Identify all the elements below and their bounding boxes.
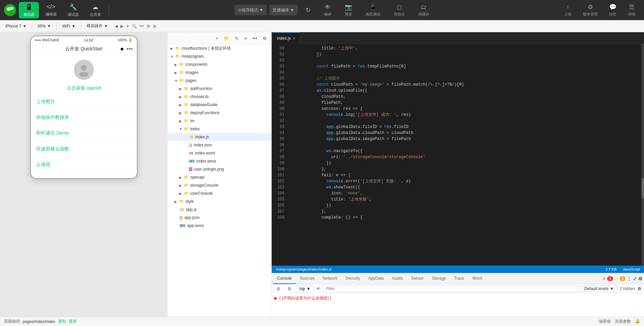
tree-settings-btn[interactable]: ⚙ (261, 35, 269, 42)
network-select[interactable]: WiFi ▼ (59, 23, 78, 29)
debug-tab-sensor[interactable]: Sensor (407, 273, 428, 284)
code-line-82 (292, 57, 641, 63)
debug-tab-audits[interactable]: Audits (388, 273, 407, 284)
prev-page-btn[interactable]: ◀ (115, 24, 118, 29)
compile-select[interactable]: 普通编译 ▼ (269, 5, 298, 15)
debug-tab-console[interactable]: Console (273, 273, 296, 284)
editor-tab-index-js[interactable]: index.js × (273, 32, 300, 44)
debug-more-btn[interactable]: ⋮ (627, 276, 632, 281)
tree-item-index_wxss[interactable]: WXindex.wxss (168, 157, 271, 165)
operation-select[interactable]: 模拟操作 ▼ (84, 22, 111, 30)
clear-console-btn[interactable]: ⊘ (274, 285, 282, 292)
scrollbar[interactable] (641, 44, 644, 266)
code-wrapper: 8081828384858687888990919293949596979899… (272, 44, 644, 266)
debug-tab-appdata[interactable]: AppData (364, 273, 388, 284)
bottom-bar: 页面路径 pages/index/index 复制 预览 场景值 页面参数 🔔 (0, 317, 644, 326)
tree-item-components[interactable]: ▶📁components (168, 60, 271, 68)
tree-item-databaseGuide[interactable]: ▶📁databaseGuide (168, 101, 271, 109)
code-line-107: }, (292, 208, 641, 215)
debug-tab-network[interactable]: Network (319, 273, 341, 284)
tree-item-index[interactable]: ▼📁index (168, 125, 271, 133)
tree-item-app_wxss[interactable]: WXapp.wxss (168, 222, 271, 230)
preview-icon: 📷 (345, 3, 352, 11)
upload-btn[interactable]: ↑ 上传 (559, 2, 577, 18)
tree-item-pages[interactable]: ▼📁pages (168, 77, 271, 85)
version-btn[interactable]: ⚙ 版本管理 (578, 2, 603, 18)
tree-item-openapi[interactable]: ▶📁openapi (168, 173, 271, 181)
debugger-btn[interactable]: 🔧 调试器 (63, 2, 83, 18)
cloud-btn[interactable]: ☁ 云开发 (85, 2, 105, 18)
real-machine-btn[interactable]: 📱 真机调试 (360, 2, 386, 18)
code-line-86: const cloudPath = 'my-image' + filePath.… (292, 82, 641, 88)
tree-item-storageConsole[interactable]: ▶📁storageConsole (168, 181, 271, 189)
more-options-btn[interactable]: ••• (140, 24, 144, 29)
menu-item-im[interactable]: 即时通信 Demo (36, 126, 131, 141)
tree-item-chooseLib[interactable]: ▶📁chooseLib (168, 93, 271, 101)
collapse-all-btn[interactable]: ≡ (243, 35, 249, 42)
menu-item-cloud-call[interactable]: 云调用 (36, 157, 131, 173)
tree-item-index_js[interactable]: JSindex.js (168, 133, 271, 141)
device-select[interactable]: iPhone 7 ▼ (3, 23, 29, 29)
debug-expand-btn[interactable]: ⤢ (633, 276, 637, 281)
levels-arrow: ▼ (610, 286, 614, 291)
default-levels-select[interactable]: Default levels ▼ (581, 285, 617, 292)
clear-cache-btn[interactable]: 🗂 清缓存 (413, 2, 435, 18)
tree-item-style[interactable]: ▶📁style (168, 197, 271, 205)
pause-btn[interactable]: ⏸ (285, 285, 294, 292)
next-page-btn[interactable]: ▶ (120, 24, 123, 29)
menu-item-database[interactable]: 前端操作数据库 (36, 110, 131, 126)
close-tab-btn[interactable]: × (293, 36, 296, 41)
top-selector[interactable]: top ▼ (297, 285, 314, 292)
new-folder-btn[interactable]: 📁 (222, 35, 231, 42)
tree-more-btn[interactable]: ••• (251, 35, 259, 42)
refresh-btn[interactable]: ↻ (300, 5, 316, 15)
debug-tab-sources[interactable]: Sources (296, 273, 319, 284)
debug-tab-security[interactable]: Security (341, 273, 364, 284)
debug-gear-icon[interactable]: ⚙ (638, 286, 641, 291)
community-btn[interactable]: 💬 社区 (604, 2, 622, 18)
tree-item-cloudfunctions[interactable]: ▶📁cloudfunctions | 未指定环境 (168, 44, 271, 52)
add-page-btn[interactable]: + (126, 23, 129, 29)
tree-item-deployFunctions[interactable]: ▶📁deployFunctions (168, 109, 271, 117)
debug-tab-wxml[interactable]: Wxml (468, 273, 486, 284)
toolbar-separator-1 (109, 3, 109, 17)
tree-item-im[interactable]: ▶📁im (168, 117, 271, 125)
editor-btn[interactable]: </> 编辑器 (41, 2, 61, 18)
openid-button[interactable]: 点击获取 openid (36, 83, 131, 94)
debug-tab-storage[interactable]: Storage (428, 273, 450, 284)
file-tree-toolbar: + 📁 ↻ ≡ ••• ⚙ (168, 32, 271, 44)
tree-item-addFunction[interactable]: ▶📁addFunction (168, 85, 271, 93)
scrollbar-thumb[interactable] (642, 178, 644, 198)
top-toolbar: 📱 模拟器 </> 编辑器 🔧 调试器 ☁ 云开发 小程序模式 ▼ 普通编译 ▼… (0, 0, 644, 20)
search-btn[interactable]: 🔍 (132, 24, 137, 29)
menu-item-upload[interactable]: 上传图片 (36, 94, 131, 110)
filter-input[interactable] (323, 285, 579, 292)
tree-item-userConsole[interactable]: ▶📁userConsole (168, 189, 271, 197)
detail-btn[interactable]: ☰ 详情 (623, 2, 641, 18)
code-line-95: app.globalData.imagePath = filePath (292, 136, 641, 142)
debug-tab-trace[interactable]: Trace (450, 273, 468, 284)
mode-select[interactable]: 小程序模式 ▼ (234, 5, 267, 15)
preview-btn[interactable]: 📷 预览 (339, 2, 358, 18)
code-content[interactable]: title: '上传中', }) const filePath = res.te… (288, 44, 641, 266)
eye-btn[interactable]: 👁 (316, 286, 320, 291)
refresh-tree-btn[interactable]: ↻ (233, 35, 240, 42)
code-line-93: app.globalData.fileID = res.fileID (292, 124, 641, 130)
debug-settings-btn[interactable]: ⚙ (638, 276, 643, 281)
tree-item-app_js[interactable]: JSapp.js (168, 205, 271, 214)
tree-item-miniprogram[interactable]: ▼📁miniprogram (168, 52, 271, 60)
scale-select[interactable]: 85% ▼ (35, 23, 54, 29)
simulator-btn[interactable]: 📱 模拟器 (19, 2, 39, 18)
tree-item-index_json[interactable]: {}index.json (168, 141, 271, 149)
new-file-btn[interactable]: + (214, 35, 220, 42)
compile-btn[interactable]: 👁 编译 (319, 2, 337, 18)
menu-item-cloud-function[interactable]: 快速新建云函数 (36, 141, 131, 157)
code-line-101: fail: e => { (292, 172, 641, 178)
layout-btn[interactable]: ⊞ (153, 24, 156, 29)
tree-item-images[interactable]: ▶📁images (168, 68, 271, 77)
settings-btn[interactable]: ⚙ (147, 24, 150, 29)
tree-item-user_unlogin[interactable]: 🖼user-unlogin.png (168, 165, 271, 173)
cut-backend-btn[interactable]: ◻ 切后台 (388, 2, 410, 18)
tree-item-index_wxml[interactable]: <>index.wxml (168, 149, 271, 157)
tree-item-app_json[interactable]: {}app.json (168, 214, 271, 222)
